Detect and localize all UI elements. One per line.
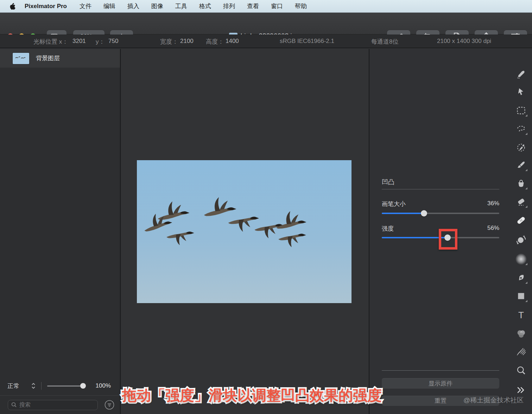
layer-name: 背景图层 <box>36 54 60 62</box>
strength-slider-fill <box>382 237 448 238</box>
layer-row-background[interactable]: 背景图层 <box>0 49 120 68</box>
divider <box>41 382 42 390</box>
bit-depth: 每通道8位 <box>371 38 398 46</box>
content-area: 背景图层 正常 100% <box>0 49 532 414</box>
search-icon <box>11 402 17 408</box>
color-adjust-tool[interactable] <box>513 326 530 341</box>
effect-title: 凹凸 <box>382 178 394 186</box>
blend-mode-row: 正常 100% <box>0 380 120 392</box>
brush-size-value: 36% <box>487 200 499 208</box>
blur-tool[interactable] <box>513 252 530 266</box>
title-bar: 36% + birds_38396608.jpeg <box>0 13 532 34</box>
layers-sidebar: 背景图层 正常 100% <box>0 49 121 414</box>
menu-bar: Pixelmator Pro 文件 编辑 插入 图像 工具 格式 排列 查看 窗… <box>0 0 532 13</box>
show-original-button[interactable]: 显示原件 <box>382 378 499 389</box>
effect-panel: 凹凸 画笔大小 36% 强度 56% 显示原件 重置 <box>369 49 532 414</box>
filter-icon[interactable] <box>104 400 114 410</box>
zoom-tool[interactable] <box>513 363 530 378</box>
strength-value: 56% <box>487 225 499 233</box>
menu-arrange[interactable]: 排列 <box>223 2 235 10</box>
width-label: 宽度： <box>160 38 178 46</box>
apple-menu-icon[interactable] <box>9 3 15 10</box>
search-box[interactable] <box>8 400 98 410</box>
cursor-y-value: 750 <box>108 38 118 45</box>
layer-search-row <box>0 399 120 410</box>
menu-insert[interactable]: 插入 <box>127 2 139 10</box>
shape-square-tool[interactable] <box>513 289 530 303</box>
menu-view[interactable]: 查看 <box>247 2 259 10</box>
arrange-style-brush-tool[interactable] <box>513 67 530 82</box>
geese-flock-image <box>137 160 352 303</box>
brush-size-slider[interactable] <box>382 213 499 214</box>
menu-help[interactable]: 帮助 <box>295 2 307 10</box>
menu-format[interactable]: 格式 <box>199 2 211 10</box>
height-value: 1400 <box>226 38 239 45</box>
menu-window[interactable]: 窗口 <box>271 2 283 10</box>
photo-birds[interactable] <box>137 160 352 303</box>
cursor-x-value: 3201 <box>72 38 86 45</box>
layer-thumbnail[interactable] <box>13 53 29 64</box>
annotation-highlight-box <box>439 229 457 250</box>
info-bar: 光标位置 x： 3201 y： 750 宽度： 2100 高度： 1400 sR… <box>0 34 532 48</box>
paint-brush-tool[interactable] <box>513 158 530 172</box>
rect-select-tool[interactable] <box>513 103 530 118</box>
canvas-area[interactable] <box>121 49 369 414</box>
brush-size-slider-handle[interactable] <box>421 210 427 217</box>
brush-size-slider-fill <box>382 213 424 214</box>
opacity-slider[interactable] <box>47 385 84 387</box>
watermark: @稀土掘金技术社区 <box>463 396 524 405</box>
divider <box>382 370 499 371</box>
print-size: 2100 x 1400 300 dpi <box>437 38 491 45</box>
blend-mode-value[interactable]: 正常 <box>7 382 19 390</box>
color-picker-tool[interactable] <box>513 140 530 155</box>
menu-tools[interactable]: 工具 <box>175 2 187 10</box>
cursor-y-label: y： <box>96 38 105 46</box>
app-name[interactable]: Pixelmator Pro <box>25 3 67 10</box>
blend-mode-stepper-icon[interactable] <box>31 383 36 389</box>
paint-bucket-tool[interactable] <box>513 176 530 191</box>
menu-image[interactable]: 图像 <box>151 2 163 10</box>
width-value: 2100 <box>180 38 194 45</box>
opacity-value: 100% <box>96 382 111 389</box>
effects-tool[interactable] <box>513 345 530 359</box>
strength-label: 强度 <box>382 225 394 233</box>
divider <box>0 395 120 396</box>
height-label: 高度： <box>206 38 224 46</box>
menu-edit[interactable]: 编辑 <box>103 2 115 10</box>
brush-size-label: 画笔大小 <box>382 200 406 208</box>
text-tool[interactable]: T <box>513 308 530 322</box>
pen-tool[interactable] <box>513 270 530 285</box>
more-tools-button[interactable] <box>513 383 530 397</box>
lasso-select-tool[interactable] <box>513 121 530 136</box>
menu-file[interactable]: 文件 <box>80 2 91 10</box>
rotate-tool[interactable] <box>513 232 530 247</box>
search-input[interactable] <box>19 402 90 408</box>
eraser-tool[interactable] <box>513 194 530 209</box>
repair-bandage-tool[interactable] <box>513 213 530 228</box>
move-arrow-tool[interactable] <box>513 84 530 99</box>
color-profile: sRGB IEC61966-2.1 <box>280 38 334 45</box>
opacity-slider-handle[interactable] <box>80 383 86 389</box>
cursor-position-label: 光标位置 x： <box>33 38 68 46</box>
annotation-caption: 拖动「强度」滑块以调整凹凸效果的强度 <box>122 386 382 405</box>
divider <box>382 189 499 189</box>
